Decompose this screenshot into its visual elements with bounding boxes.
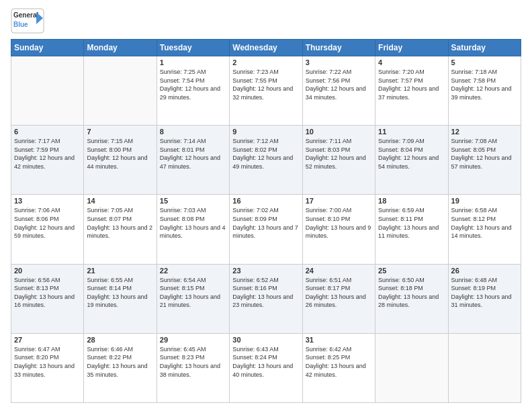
calendar-header-saturday: Saturday: [448, 40, 521, 56]
day-info: Sunrise: 6:48 AMSunset: 8:19 PMDaylight:…: [451, 276, 518, 310]
calendar-cell: 27Sunrise: 6:47 AMSunset: 8:20 PMDayligh…: [11, 333, 84, 402]
day-info: Sunrise: 7:08 AMSunset: 8:05 PMDaylight:…: [451, 137, 518, 171]
calendar-cell: [84, 56, 157, 126]
calendar-header-monday: Monday: [84, 40, 157, 56]
calendar-week-row: 13Sunrise: 7:06 AMSunset: 8:06 PMDayligh…: [11, 195, 521, 264]
day-info: Sunrise: 7:23 AMSunset: 7:55 PMDaylight:…: [232, 68, 299, 101]
day-info: Sunrise: 6:52 AMSunset: 8:16 PMDaylight:…: [232, 276, 299, 310]
calendar-cell: 2Sunrise: 7:23 AMSunset: 7:55 PMDaylight…: [230, 56, 302, 126]
day-info: Sunrise: 7:17 AMSunset: 7:59 PMDaylight:…: [14, 137, 81, 171]
calendar-cell: 25Sunrise: 6:50 AMSunset: 8:18 PMDayligh…: [375, 264, 448, 333]
calendar-header-thursday: Thursday: [302, 40, 375, 56]
calendar-cell: 20Sunrise: 6:56 AMSunset: 8:13 PMDayligh…: [11, 264, 84, 333]
calendar-cell: 12Sunrise: 7:08 AMSunset: 8:05 PMDayligh…: [448, 126, 521, 195]
calendar-week-row: 6Sunrise: 7:17 AMSunset: 7:59 PMDaylight…: [11, 126, 521, 195]
day-info: Sunrise: 7:14 AMSunset: 8:01 PMDaylight:…: [160, 137, 226, 171]
day-number: 26: [451, 267, 518, 275]
header: General Blue: [11, 8, 521, 34]
calendar-cell: 13Sunrise: 7:06 AMSunset: 8:06 PMDayligh…: [11, 195, 84, 264]
day-number: 12: [451, 128, 518, 136]
day-number: 4: [378, 58, 445, 66]
day-number: 29: [160, 336, 226, 344]
page: General Blue SundayMondayTuesdayWednesda…: [0, 0, 532, 411]
calendar-cell: 16Sunrise: 7:02 AMSunset: 8:09 PMDayligh…: [230, 195, 302, 264]
calendar-cell: 24Sunrise: 6:51 AMSunset: 8:17 PMDayligh…: [302, 264, 375, 333]
day-number: 8: [160, 128, 226, 136]
calendar-week-row: 1Sunrise: 7:25 AMSunset: 7:54 PMDaylight…: [11, 56, 521, 126]
day-number: 31: [306, 336, 372, 344]
day-info: Sunrise: 7:03 AMSunset: 8:08 PMDaylight:…: [160, 206, 226, 240]
calendar-cell: 19Sunrise: 6:58 AMSunset: 8:12 PMDayligh…: [448, 195, 521, 264]
calendar-cell: 28Sunrise: 6:46 AMSunset: 8:22 PMDayligh…: [84, 333, 157, 402]
day-number: 14: [87, 197, 153, 205]
day-number: 2: [232, 58, 299, 66]
calendar-table: SundayMondayTuesdayWednesdayThursdayFrid…: [11, 39, 521, 403]
calendar-cell: 22Sunrise: 6:54 AMSunset: 8:15 PMDayligh…: [157, 264, 229, 333]
calendar-cell: 26Sunrise: 6:48 AMSunset: 8:19 PMDayligh…: [448, 264, 521, 333]
day-info: Sunrise: 6:50 AMSunset: 8:18 PMDaylight:…: [378, 276, 445, 310]
calendar-week-row: 27Sunrise: 6:47 AMSunset: 8:20 PMDayligh…: [11, 333, 521, 402]
day-info: Sunrise: 7:00 AMSunset: 8:10 PMDaylight:…: [306, 206, 372, 240]
day-number: 17: [306, 197, 372, 205]
calendar-cell: [375, 333, 448, 402]
calendar-cell: 21Sunrise: 6:55 AMSunset: 8:14 PMDayligh…: [84, 264, 157, 333]
day-info: Sunrise: 7:02 AMSunset: 8:09 PMDaylight:…: [232, 206, 299, 240]
day-info: Sunrise: 7:25 AMSunset: 7:54 PMDaylight:…: [160, 68, 226, 101]
calendar-cell: [448, 333, 521, 402]
day-info: Sunrise: 6:54 AMSunset: 8:15 PMDaylight:…: [160, 276, 226, 310]
day-number: 21: [87, 267, 153, 275]
day-number: 7: [87, 128, 153, 136]
day-info: Sunrise: 6:59 AMSunset: 8:11 PMDaylight:…: [378, 206, 445, 240]
calendar-cell: 4Sunrise: 7:20 AMSunset: 7:57 PMDaylight…: [375, 56, 448, 126]
day-number: 23: [232, 267, 299, 275]
calendar-cell: 30Sunrise: 6:43 AMSunset: 8:24 PMDayligh…: [230, 333, 302, 402]
svg-text:General: General: [13, 11, 38, 19]
day-info: Sunrise: 7:11 AMSunset: 8:03 PMDaylight:…: [306, 137, 372, 171]
day-info: Sunrise: 6:45 AMSunset: 8:23 PMDaylight:…: [160, 345, 226, 379]
day-info: Sunrise: 7:22 AMSunset: 7:56 PMDaylight:…: [306, 68, 372, 101]
day-info: Sunrise: 7:05 AMSunset: 8:07 PMDaylight:…: [87, 206, 153, 240]
day-info: Sunrise: 7:06 AMSunset: 8:06 PMDaylight:…: [14, 206, 81, 240]
day-info: Sunrise: 6:46 AMSunset: 8:22 PMDaylight:…: [87, 345, 153, 379]
day-info: Sunrise: 6:42 AMSunset: 8:25 PMDaylight:…: [306, 345, 372, 379]
day-number: 19: [451, 197, 518, 205]
day-info: Sunrise: 7:20 AMSunset: 7:57 PMDaylight:…: [378, 68, 445, 101]
calendar-cell: 9Sunrise: 7:12 AMSunset: 8:02 PMDaylight…: [230, 126, 302, 195]
day-number: 1: [160, 58, 226, 66]
calendar-cell: 10Sunrise: 7:11 AMSunset: 8:03 PMDayligh…: [302, 126, 375, 195]
calendar-cell: 15Sunrise: 7:03 AMSunset: 8:08 PMDayligh…: [157, 195, 229, 264]
day-number: 5: [451, 58, 518, 66]
day-info: Sunrise: 6:55 AMSunset: 8:14 PMDaylight:…: [87, 276, 153, 310]
calendar-header-tuesday: Tuesday: [157, 40, 229, 56]
calendar-cell: 5Sunrise: 7:18 AMSunset: 7:58 PMDaylight…: [448, 56, 521, 126]
calendar-cell: 8Sunrise: 7:14 AMSunset: 8:01 PMDaylight…: [157, 126, 229, 195]
calendar-cell: 17Sunrise: 7:00 AMSunset: 8:10 PMDayligh…: [302, 195, 375, 264]
day-number: 6: [14, 128, 81, 136]
day-number: 18: [378, 197, 445, 205]
calendar-cell: 6Sunrise: 7:17 AMSunset: 7:59 PMDaylight…: [11, 126, 84, 195]
day-number: 13: [14, 197, 81, 205]
day-number: 9: [232, 128, 299, 136]
day-info: Sunrise: 6:47 AMSunset: 8:20 PMDaylight:…: [14, 345, 81, 379]
calendar-cell: 31Sunrise: 6:42 AMSunset: 8:25 PMDayligh…: [302, 333, 375, 402]
day-info: Sunrise: 6:43 AMSunset: 8:24 PMDaylight:…: [232, 345, 299, 379]
day-info: Sunrise: 6:56 AMSunset: 8:13 PMDaylight:…: [14, 276, 81, 310]
calendar-header-friday: Friday: [375, 40, 448, 56]
day-number: 10: [306, 128, 372, 136]
day-number: 30: [232, 336, 299, 344]
calendar-header-row: SundayMondayTuesdayWednesdayThursdayFrid…: [11, 40, 521, 56]
day-number: 3: [306, 58, 372, 66]
calendar-cell: 23Sunrise: 6:52 AMSunset: 8:16 PMDayligh…: [230, 264, 302, 333]
calendar-cell: 29Sunrise: 6:45 AMSunset: 8:23 PMDayligh…: [157, 333, 229, 402]
logo: General Blue: [11, 8, 44, 34]
calendar-cell: 11Sunrise: 7:09 AMSunset: 8:04 PMDayligh…: [375, 126, 448, 195]
calendar-cell: 18Sunrise: 6:59 AMSunset: 8:11 PMDayligh…: [375, 195, 448, 264]
day-number: 16: [232, 197, 299, 205]
day-info: Sunrise: 6:58 AMSunset: 8:12 PMDaylight:…: [451, 206, 518, 240]
day-number: 11: [378, 128, 445, 136]
day-number: 28: [87, 336, 153, 344]
day-info: Sunrise: 7:15 AMSunset: 8:00 PMDaylight:…: [87, 137, 153, 171]
svg-text:Blue: Blue: [13, 21, 28, 28]
calendar-header-wednesday: Wednesday: [230, 40, 302, 56]
day-info: Sunrise: 7:18 AMSunset: 7:58 PMDaylight:…: [451, 68, 518, 101]
